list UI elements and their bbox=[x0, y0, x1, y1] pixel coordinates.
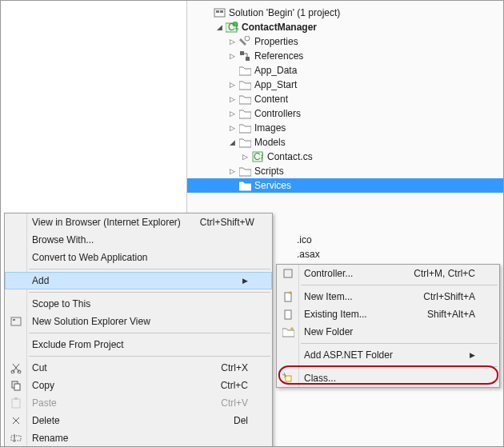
menu-label: Add bbox=[32, 275, 223, 286]
tree-node-appstart[interactable]: ▷ App_Start bbox=[187, 78, 504, 92]
menu-shortcut: Del bbox=[234, 415, 248, 426]
svg-text:C#: C# bbox=[254, 151, 263, 162]
expander-closed-icon[interactable]: ▷ bbox=[227, 51, 237, 61]
menu-item-browse-with[interactable]: Browse With... bbox=[5, 231, 272, 249]
menu-item-paste: Paste Ctrl+V bbox=[5, 394, 272, 412]
expander-open-icon[interactable]: ◢ bbox=[214, 22, 224, 32]
tree-label: Content bbox=[254, 94, 288, 105]
menu-item-new-solution-view[interactable]: New Solution Explorer View bbox=[5, 313, 272, 330]
context-menu: View in Browser (Internet Explorer) Ctrl… bbox=[4, 213, 273, 447]
svg-rect-24 bbox=[285, 310, 291, 319]
svg-rect-0 bbox=[214, 9, 225, 17]
menu-separator bbox=[29, 333, 270, 333]
expander-closed-icon[interactable]: ▷ bbox=[227, 109, 237, 118]
tree-label: References bbox=[254, 50, 303, 62]
menu-separator bbox=[29, 356, 270, 357]
expander-closed-icon[interactable]: ▷ bbox=[227, 80, 237, 90]
tree-node-appdata[interactable]: ▶ App_Data bbox=[187, 63, 504, 78]
tree-label: Services bbox=[254, 180, 291, 191]
folder-icon bbox=[238, 122, 251, 134]
folder-icon bbox=[238, 165, 251, 178]
menu-item-view-in-browser[interactable]: View in Browser (Internet Explorer) Ctrl… bbox=[5, 214, 272, 231]
tree-node-contact-cs[interactable]: ▷ C# Contact.cs bbox=[187, 150, 504, 164]
menu-label: New Item... bbox=[304, 291, 404, 302]
expander-closed-icon[interactable]: ▷ bbox=[227, 123, 237, 133]
expander-closed-icon[interactable]: ▷ bbox=[227, 37, 237, 46]
tree-node-solution[interactable]: ▶ Solution 'Begin' (1 project) bbox=[187, 6, 504, 20]
menu-label: Convert to Web Application bbox=[32, 252, 248, 263]
menu-label: Delete bbox=[32, 415, 214, 426]
menu-separator bbox=[301, 285, 498, 285]
class-icon bbox=[282, 372, 294, 385]
tree-label: Controllers bbox=[254, 108, 301, 119]
menu-label: Class... bbox=[304, 373, 475, 384]
explorer-icon bbox=[10, 315, 22, 328]
browser-icon bbox=[10, 216, 22, 229]
menu-label: Exclude From Project bbox=[32, 339, 248, 350]
menu-item-class[interactable]: Class... bbox=[277, 369, 499, 387]
tree-node-models[interactable]: ◢ Models bbox=[187, 135, 504, 150]
solution-icon bbox=[213, 6, 226, 19]
svg-text:C#: C# bbox=[228, 22, 238, 33]
menu-item-scope[interactable]: Scope to This bbox=[5, 295, 272, 313]
csharp-file-icon: C# bbox=[251, 150, 264, 163]
menu-shortcut: Ctrl+X bbox=[221, 362, 248, 373]
tree-node-project[interactable]: ◢ C# ContactManager bbox=[187, 20, 504, 34]
expander-closed-icon[interactable]: ▷ bbox=[227, 94, 237, 104]
menu-label: Controller... bbox=[304, 268, 394, 279]
menu-item-controller[interactable]: Controller... Ctrl+M, Ctrl+C bbox=[277, 265, 499, 282]
tree-node-images[interactable]: ▷ Images bbox=[187, 121, 504, 135]
menu-item-add[interactable]: Add ▶ bbox=[5, 272, 272, 289]
delete-icon bbox=[10, 414, 22, 427]
menu-item-convert-web-app[interactable]: Convert to Web Application bbox=[5, 249, 272, 266]
menu-item-new-folder[interactable]: New Folder bbox=[277, 323, 499, 341]
svg-rect-25 bbox=[286, 376, 291, 381]
folder-icon bbox=[238, 78, 251, 91]
tree-node-controllers[interactable]: ▷ Controllers bbox=[187, 106, 504, 121]
tree-node-content[interactable]: ▷ Content bbox=[187, 92, 504, 106]
tree-node-properties[interactable]: ▷ Properties bbox=[187, 34, 504, 49]
menu-item-rename[interactable]: Rename bbox=[5, 429, 272, 447]
tree-label-partial: .asax bbox=[297, 249, 320, 260]
menu-item-delete[interactable]: Delete Del bbox=[5, 412, 272, 429]
folder-icon bbox=[238, 136, 251, 149]
menu-shortcut: Ctrl+M, Ctrl+C bbox=[414, 268, 475, 279]
tree-node-references[interactable]: ▷ References bbox=[187, 49, 504, 63]
svg-point-6 bbox=[245, 36, 250, 41]
menu-item-cut[interactable]: Cut Ctrl+X bbox=[5, 359, 272, 377]
copy-icon bbox=[10, 379, 22, 392]
expander-closed-icon[interactable]: ▷ bbox=[227, 166, 237, 176]
menu-item-copy[interactable]: Copy Ctrl+C bbox=[5, 377, 272, 394]
svg-rect-1 bbox=[216, 10, 219, 13]
menu-shortcut: Ctrl+C bbox=[221, 380, 248, 391]
csharp-project-icon: C# bbox=[226, 21, 238, 34]
menu-item-aspnet-folder[interactable]: Add ASP.NET Folder ▶ bbox=[277, 346, 499, 364]
expander-open-icon[interactable]: ◢ bbox=[227, 138, 237, 147]
tree-node-scripts[interactable]: ▷ Scripts bbox=[187, 164, 504, 178]
menu-label: New Solution Explorer View bbox=[32, 316, 248, 327]
tree-node-partial-ico[interactable]: .ico bbox=[297, 233, 312, 247]
paste-icon bbox=[10, 397, 22, 409]
svg-rect-16 bbox=[14, 384, 20, 390]
menu-separator bbox=[29, 292, 270, 293]
chevron-right-icon: ▶ bbox=[470, 351, 475, 359]
svg-rect-8 bbox=[246, 57, 250, 61]
tree-node-partial-asax[interactable]: .asax bbox=[297, 247, 320, 261]
menu-shortcut: Ctrl+V bbox=[221, 397, 248, 409]
menu-label: Existing Item... bbox=[304, 309, 408, 320]
menu-separator bbox=[301, 343, 498, 344]
menu-label: Copy bbox=[32, 380, 202, 391]
folder-icon bbox=[238, 64, 251, 77]
menu-item-exclude[interactable]: Exclude From Project bbox=[5, 336, 272, 353]
rename-icon bbox=[10, 432, 22, 445]
menu-item-existing-item[interactable]: Existing Item... Shift+Alt+A bbox=[277, 305, 499, 323]
menu-item-new-item[interactable]: New Item... Ctrl+Shift+A bbox=[277, 288, 499, 305]
menu-label: Rename bbox=[32, 433, 248, 444]
controller-icon bbox=[282, 267, 294, 280]
solution-tree[interactable]: ▶ Solution 'Begin' (1 project) ◢ C# Cont… bbox=[187, 1, 504, 193]
expander-closed-icon[interactable]: ▷ bbox=[240, 152, 250, 162]
tree-label: Properties bbox=[254, 36, 298, 47]
tree-label: Scripts bbox=[254, 166, 284, 177]
menu-separator bbox=[29, 269, 270, 269]
tree-node-services[interactable]: ▶ Services bbox=[187, 178, 504, 193]
